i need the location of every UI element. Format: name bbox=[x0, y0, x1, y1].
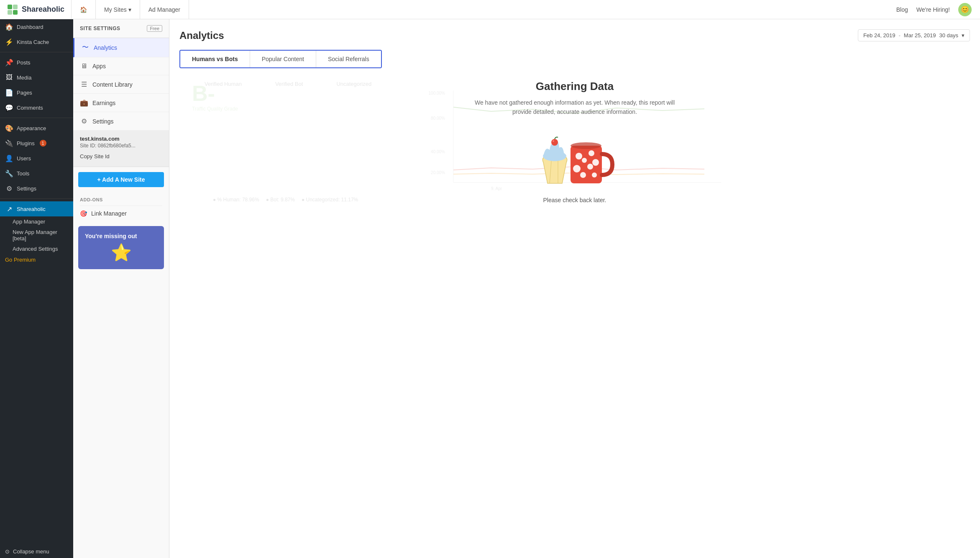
blog-link[interactable]: Blog bbox=[896, 6, 908, 13]
main-content: Analytics Feb 24, 2019 - Mar 25, 2019 30… bbox=[169, 19, 980, 558]
main-layout: 🏠 Dashboard ⚡ Kinsta Cache 📌 Posts 🖼 Med… bbox=[0, 19, 980, 558]
tab-label-social-referrals: Social Referrals bbox=[328, 56, 369, 62]
svg-point-14 bbox=[551, 139, 558, 146]
sidebar-label-comments: Comments bbox=[17, 105, 43, 111]
sidebar-item-posts[interactable]: 📌 Posts bbox=[0, 55, 73, 70]
plugin-nav-label-apps: Apps bbox=[92, 63, 106, 69]
collapse-menu-button[interactable]: ⊙ Collapse menu bbox=[0, 545, 73, 558]
svg-point-20 bbox=[587, 164, 593, 170]
promo-box: You're missing out ⭐ bbox=[78, 226, 164, 269]
site-id-label: Site ID: bbox=[80, 143, 96, 149]
plugin-nav-apps[interactable]: 🖥 Apps bbox=[73, 57, 169, 75]
svg-point-18 bbox=[589, 150, 594, 156]
plugins-icon: 🔌 bbox=[5, 139, 13, 147]
wp-sidebar: 🏠 Dashboard ⚡ Kinsta Cache 📌 Posts 🖼 Med… bbox=[0, 19, 73, 558]
my-sites-nav-link[interactable]: My Sites ▾ bbox=[96, 0, 140, 19]
sidebar-item-tools[interactable]: 🔧 Tools bbox=[0, 166, 73, 181]
ad-manager-nav-link[interactable]: Ad Manager bbox=[140, 0, 189, 19]
svg-rect-1 bbox=[13, 5, 18, 9]
plugin-nav-label-earnings: Earnings bbox=[92, 100, 115, 106]
logo-text: Shareaholic bbox=[22, 5, 64, 14]
svg-point-19 bbox=[573, 165, 581, 172]
sidebar-divider-3 bbox=[0, 198, 73, 199]
sidebar-item-shareaholic[interactable]: ↗ Shareaholic bbox=[0, 201, 73, 216]
sidebar-divider-2 bbox=[0, 118, 73, 118]
sidebar-item-plugins[interactable]: 🔌 Plugins 1 bbox=[0, 136, 73, 151]
tab-label-popular-content: Popular Content bbox=[262, 56, 304, 62]
sidebar-item-comments[interactable]: 💬 Comments bbox=[0, 100, 73, 115]
nav-links: 🏠 My Sites ▾ Ad Manager bbox=[72, 0, 189, 19]
logo-area: Shareaholic bbox=[0, 0, 72, 19]
illustration bbox=[533, 125, 617, 192]
go-premium-link[interactable]: Go Premium bbox=[0, 254, 73, 265]
sidebar-label-posts: Posts bbox=[17, 59, 31, 66]
gathering-content: Gathering Data We have not gathered enou… bbox=[462, 72, 688, 212]
user-avatar[interactable]: 😊 bbox=[958, 3, 972, 16]
svg-point-21 bbox=[582, 158, 587, 163]
apps-nav-icon: 🖥 bbox=[80, 62, 88, 70]
addon-link-manager[interactable]: 🎯 Link Manager bbox=[80, 206, 162, 221]
tab-humans-vs-bots[interactable]: Humans vs Bots bbox=[180, 51, 250, 67]
chart-area: Verified Human Verified Bot Uncategorize… bbox=[179, 81, 970, 203]
page-title: Analytics bbox=[179, 30, 224, 41]
plugin-nav-content-library[interactable]: ☰ Content Library bbox=[73, 75, 169, 94]
gathering-title: Gathering Data bbox=[536, 80, 614, 93]
content-library-nav-icon: ☰ bbox=[80, 80, 88, 88]
addon-title: ADD-ONS bbox=[80, 197, 162, 202]
add-new-site-button[interactable]: + Add A New Site bbox=[78, 172, 164, 187]
site-id: Site ID: 0862fb680efa5... bbox=[80, 143, 162, 149]
sub-label-app-manager: App Manager bbox=[13, 219, 45, 225]
sidebar-item-pages[interactable]: 📄 Pages bbox=[0, 85, 73, 100]
shareaholic-icon: ↗ bbox=[5, 205, 13, 213]
date-range-picker[interactable]: Feb 24, 2019 - Mar 25, 2019 30 days ▾ bbox=[858, 29, 970, 41]
addon-section: ADD-ONS 🎯 Link Manager bbox=[73, 192, 169, 226]
shareaholic-logo-icon bbox=[7, 4, 18, 15]
tab-social-referrals[interactable]: Social Referrals bbox=[316, 51, 381, 67]
date-range-label: 30 days bbox=[939, 32, 958, 39]
sidebar-label-shareaholic: Shareaholic bbox=[17, 206, 46, 212]
ad-manager-label: Ad Manager bbox=[148, 6, 180, 13]
sidebar-sub-app-manager[interactable]: App Manager bbox=[0, 216, 73, 227]
posts-icon: 📌 bbox=[5, 59, 13, 67]
sidebar-label-tools: Tools bbox=[17, 170, 29, 177]
svg-point-22 bbox=[592, 159, 599, 166]
pages-icon: 📄 bbox=[5, 89, 13, 97]
sidebar-sub-advanced-settings[interactable]: Advanced Settings bbox=[0, 244, 73, 254]
appearance-icon: 🎨 bbox=[5, 124, 13, 132]
avatar-emoji: 😊 bbox=[961, 5, 969, 13]
sidebar-label-plugins: Plugins bbox=[17, 140, 35, 147]
svg-point-25 bbox=[571, 142, 601, 149]
sidebar-item-dashboard[interactable]: 🏠 Dashboard bbox=[0, 19, 73, 34]
copy-site-id-button[interactable]: Copy Site Id bbox=[80, 151, 162, 162]
analytics-tabs: Humans vs Bots Popular Content Social Re… bbox=[179, 50, 382, 68]
earnings-nav-icon: 💼 bbox=[80, 99, 88, 107]
tab-popular-content[interactable]: Popular Content bbox=[250, 51, 316, 67]
plugin-nav-analytics[interactable]: 〜 Analytics bbox=[73, 38, 169, 57]
svg-rect-2 bbox=[8, 10, 12, 15]
my-sites-label: My Sites bbox=[104, 6, 127, 13]
media-icon: 🖼 bbox=[5, 74, 13, 81]
svg-rect-0 bbox=[8, 5, 12, 9]
plugin-nav-label-content-library: Content Library bbox=[92, 81, 133, 88]
sidebar-item-kinsta-cache[interactable]: ⚡ Kinsta Cache bbox=[0, 34, 73, 49]
sidebar-item-settings[interactable]: ⚙ Settings bbox=[0, 181, 73, 196]
plugin-nav-settings[interactable]: ⚙ Settings bbox=[73, 112, 169, 131]
sidebar-label-media: Media bbox=[17, 75, 31, 81]
link-manager-label: Link Manager bbox=[91, 210, 127, 217]
sidebar-item-appearance[interactable]: 🎨 Appearance bbox=[0, 121, 73, 136]
sub-label-new-app-manager: New App Manager [beta] bbox=[13, 229, 57, 242]
promo-text: You're missing out bbox=[85, 233, 157, 239]
plugin-nav-earnings[interactable]: 💼 Earnings bbox=[73, 94, 169, 112]
hiring-link[interactable]: We're Hiring! bbox=[916, 6, 950, 13]
link-manager-icon: 🎯 bbox=[80, 210, 87, 217]
kinsta-cache-icon: ⚡ bbox=[5, 38, 13, 46]
site-id-value: 0862fb680efa5... bbox=[98, 143, 136, 149]
sidebar-item-users[interactable]: 👤 Users bbox=[0, 151, 73, 166]
collapse-icon: ⊙ bbox=[5, 548, 10, 555]
sidebar-item-media[interactable]: 🖼 Media bbox=[0, 70, 73, 85]
sub-label-advanced-settings: Advanced Settings bbox=[13, 246, 58, 252]
svg-point-23 bbox=[580, 172, 586, 178]
home-nav-link[interactable]: 🏠 bbox=[72, 0, 96, 19]
sidebar-sub-new-app-manager[interactable]: New App Manager [beta] bbox=[0, 227, 73, 244]
sidebar-label-dashboard: Dashboard bbox=[17, 24, 43, 30]
